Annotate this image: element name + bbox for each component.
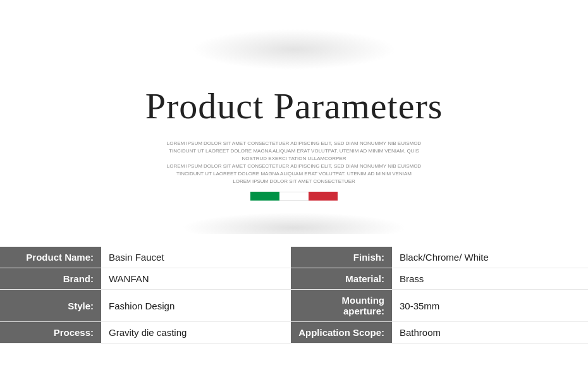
table-row: Brand: WANFAN Material: Brass [0,268,588,290]
table-row: Process: Gravity die casting Application… [0,322,588,344]
title-area: Product Parameters [145,85,443,127]
page-title: Product Parameters [145,85,443,127]
label-right-0: Finish: [291,247,392,268]
label-left-2: Style: [0,290,101,322]
value-left-2: Fashion Design [101,290,291,322]
value-right-1: Brass [392,268,588,290]
label-left-0: Product Name: [0,247,101,268]
value-left-1: WANFAN [101,268,291,290]
label-left-1: Brand: [0,268,101,290]
page-wrapper: Product Parameters LOREM IPSUM DOLOR SIT… [0,0,588,391]
value-left-0: Basin Faucet [101,247,291,268]
params-table: Product Name: Basin Faucet Finish: Black… [0,247,588,344]
top-section: Product Parameters LOREM IPSUM DOLOR SIT… [0,0,588,247]
flag-green [250,192,279,201]
label-right-3: Application Scope: [291,322,392,344]
params-section: Product Name: Basin Faucet Finish: Black… [0,247,588,344]
table-row: Product Name: Basin Faucet Finish: Black… [0,247,588,268]
value-right-2: 30-35mm [392,290,588,322]
flag-red [309,192,338,201]
label-right-1: Material: [291,268,392,290]
description-area: LOREM IPSUM DOLOR SIT AMET CONSECTETUER … [161,140,427,185]
flag-white [279,192,309,201]
product-image-shadow [149,0,439,82]
label-right-2: Mounting aperture: [291,290,392,322]
value-left-3: Gravity die casting [101,322,291,344]
description-text: LOREM IPSUM DOLOR SIT AMET CONSECTETUER … [161,140,427,185]
label-left-3: Process: [0,322,101,344]
value-right-0: Black/Chrome/ White [392,247,588,268]
table-row: Style: Fashion Design Mounting aperture:… [0,290,588,322]
flag-area [250,192,338,201]
bottom-shadow [136,202,452,234]
value-right-3: Bathroom [392,322,588,344]
